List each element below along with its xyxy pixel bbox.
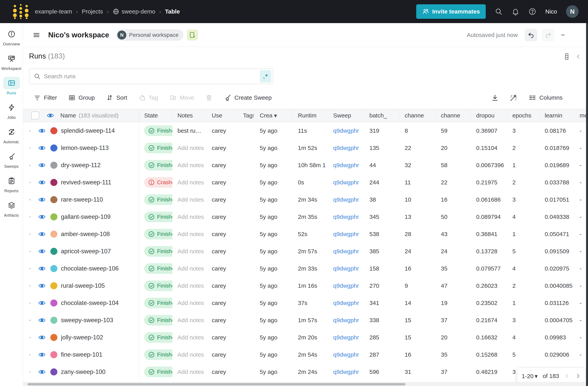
column-header-created[interactable]: Crea▾	[255, 109, 293, 122]
regex-toggle-button[interactable]: .*	[260, 70, 271, 82]
invite-teammates-button[interactable]: Invite teammates	[416, 4, 486, 19]
run-sweep-link[interactable]: q9dwgphr	[333, 231, 359, 237]
sidebar-item-overview[interactable]: Overview	[0, 28, 23, 46]
table-row[interactable]: dry-sweep-112FinishedAdd notescarey5y ag…	[23, 157, 588, 174]
next-page-chevron-icon[interactable]	[575, 372, 581, 380]
run-notes[interactable]: Add notes	[177, 214, 204, 220]
eye-icon[interactable]	[38, 368, 46, 376]
table-row[interactable]: revived-sweep-111CrashedAdd notescarey5y…	[23, 174, 588, 191]
sidebar-item-sweeps[interactable]: Sweeps	[0, 150, 23, 169]
run-name-link[interactable]: jolly-sweep-102	[61, 334, 103, 341]
drag-handle[interactable]	[29, 147, 31, 149]
run-notes[interactable]: Add notes	[177, 231, 204, 237]
table-row[interactable]: jolly-sweep-102FinishedAdd notescarey5y …	[23, 329, 588, 346]
search-icon[interactable]	[495, 8, 503, 16]
table-row[interactable]: gallant-sweep-109FinishedAdd notescarey5…	[23, 208, 588, 225]
run-notes[interactable]: Add notes	[177, 162, 204, 168]
run-sweep-link[interactable]: q9dwgphr	[333, 283, 359, 289]
table-row[interactable]: zany-sweep-100FinishedAdd notescarey5y a…	[23, 363, 588, 381]
undo-button[interactable]	[525, 29, 537, 41]
eye-icon[interactable]	[38, 196, 46, 203]
run-name-link[interactable]: splendid-sweep-114	[61, 127, 115, 134]
breadcrumb-team[interactable]: example-team	[35, 8, 72, 15]
select-all-checkbox[interactable]	[31, 112, 39, 119]
run-name-link[interactable]: chocolate-sweep-104	[61, 300, 119, 306]
eye-icon[interactable]	[38, 248, 46, 255]
drag-handle[interactable]	[29, 354, 31, 355]
drag-handle[interactable]	[29, 268, 31, 269]
drag-handle[interactable]	[29, 130, 31, 132]
eye-icon[interactable]	[38, 144, 46, 152]
run-sweep-link[interactable]: q9dwgphr	[333, 127, 359, 134]
hamburger-menu-icon[interactable]	[33, 31, 40, 39]
run-sweep-link[interactable]: q9dwgphr	[333, 196, 359, 203]
eye-icon[interactable]	[38, 127, 46, 135]
sidebar-item-reports[interactable]: Reports	[0, 175, 23, 193]
right-panel-edge[interactable]	[586, 23, 588, 386]
group-button[interactable]: Group	[68, 94, 95, 101]
help-icon[interactable]	[528, 8, 536, 16]
drag-handle[interactable]	[29, 216, 31, 218]
eye-icon[interactable]	[38, 230, 46, 238]
sidebar-item-workspace[interactable]: Workspace	[0, 52, 23, 71]
column-header-epochs[interactable]: epochs	[507, 109, 540, 122]
run-name-link[interactable]: lemon-sweep-113	[61, 144, 109, 151]
run-notes[interactable]: Add notes	[177, 248, 204, 255]
columns-button[interactable]: Columns	[528, 94, 563, 102]
drag-handle[interactable]	[29, 285, 31, 286]
run-sweep-link[interactable]: q9dwgphr	[333, 300, 359, 306]
table-row[interactable]: fine-sweep-101FinishedAdd notescarey5y a…	[23, 346, 588, 363]
sidebar-item-jobs[interactable]: Jobs	[0, 101, 23, 120]
run-name-link[interactable]: rural-sweep-105	[61, 282, 105, 289]
sidebar-item-artifacts[interactable]: Artifacts	[0, 199, 23, 218]
magic-wand-icon[interactable]	[510, 94, 518, 102]
workspace-title[interactable]: Nico's workspace	[48, 31, 109, 39]
drag-handle[interactable]	[29, 320, 31, 321]
drag-handle[interactable]	[29, 371, 31, 373]
run-sweep-link[interactable]: q9dwgphr	[333, 162, 359, 168]
table-row[interactable]: apricot-sweep-107FinishedAdd notescarey5…	[23, 243, 588, 260]
run-name-link[interactable]: dry-sweep-112	[61, 162, 101, 169]
run-name-link[interactable]: amber-sweep-108	[61, 231, 110, 238]
table-row[interactable]: rural-sweep-105FinishedAdd notescarey5y …	[23, 277, 588, 294]
overflow-menu-icon[interactable]: •••	[561, 33, 565, 37]
run-name-link[interactable]: sweepy-sweep-103	[61, 317, 113, 324]
run-sweep-link[interactable]: q9dwgphr	[333, 334, 359, 341]
eye-icon[interactable]	[38, 299, 46, 307]
avatar[interactable]: N	[566, 5, 579, 18]
drag-handle[interactable]	[29, 234, 31, 235]
table-row[interactable]: rare-sweep-110FinishedAdd notescarey5y a…	[23, 191, 588, 208]
scrollbar-thumb[interactable]	[27, 383, 405, 386]
user-name[interactable]: Nico	[545, 8, 557, 15]
run-name-link[interactable]: revived-sweep-111	[61, 179, 111, 186]
run-name-link[interactable]: apricot-sweep-107	[61, 248, 111, 255]
run-name-link[interactable]: fine-sweep-101	[61, 351, 103, 358]
run-sweep-link[interactable]: q9dwgphr	[333, 248, 359, 255]
column-header-runtime[interactable]: Runtim	[293, 109, 328, 122]
run-notes[interactable]: Add notes	[177, 300, 204, 306]
column-header-name[interactable]: Name (183 visualized)	[23, 109, 139, 122]
sidebar-item-runs[interactable]: Runs	[0, 77, 23, 95]
run-notes[interactable]: Add notes	[177, 368, 204, 375]
run-name-link[interactable]: rare-sweep-110	[61, 196, 103, 203]
run-name-link[interactable]: zany-sweep-100	[61, 368, 105, 375]
drag-handle[interactable]	[29, 337, 31, 338]
wandb-logo-icon[interactable]	[12, 4, 29, 19]
table-row[interactable]: chocolate-sweep-106FinishedAdd notescare…	[23, 260, 588, 277]
breadcrumb-projects[interactable]: Projects	[82, 8, 103, 15]
column-header-user[interactable]: Use	[207, 109, 238, 122]
drag-handle[interactable]	[29, 251, 31, 252]
table-row[interactable]: chocolate-sweep-104FinishedAdd notescare…	[23, 294, 588, 312]
run-sweep-link[interactable]: q9dwgphr	[333, 214, 359, 220]
download-icon[interactable]	[491, 94, 499, 102]
run-notes[interactable]: Add notes	[177, 196, 204, 203]
breadcrumb-project[interactable]: sweep-demo	[113, 8, 155, 15]
column-header-sweep[interactable]: Sweep	[328, 109, 364, 122]
run-notes[interactable]: Add notes	[177, 145, 204, 151]
run-sweep-link[interactable]: q9dwgphr	[333, 317, 359, 324]
run-sweep-link[interactable]: q9dwgphr	[333, 368, 359, 375]
personal-workspace-badge[interactable]: N Personal workspace	[116, 29, 184, 41]
notifications-bell-icon[interactable]	[512, 8, 520, 16]
horizontal-scrollbar[interactable]	[23, 382, 588, 386]
eye-icon[interactable]	[38, 351, 46, 358]
